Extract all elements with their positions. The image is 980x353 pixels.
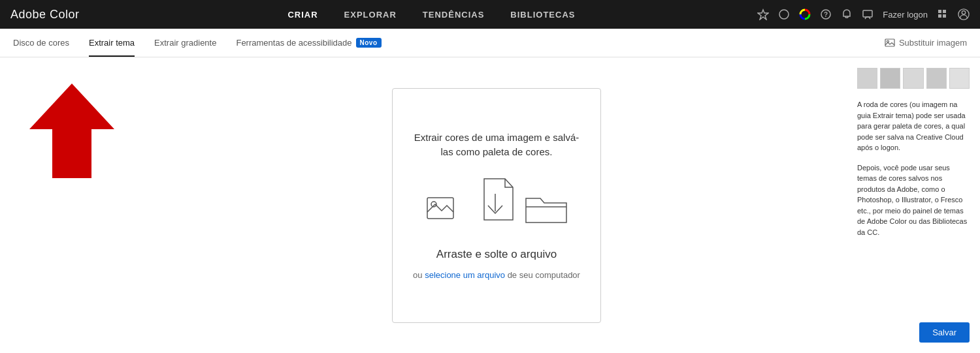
- swatch-4: [926, 68, 947, 89]
- sub-nav: Disco de cores Extrair tema Extrair grad…: [0, 29, 980, 57]
- svg-point-1: [779, 10, 789, 19]
- center-area: Extrair cores de uma imagem e salvá-las …: [144, 57, 849, 353]
- color-wheel-icon[interactable]: [799, 8, 811, 20]
- svg-rect-10: [943, 10, 946, 13]
- image-upload-icon: [425, 189, 467, 230]
- swatch-5: [949, 68, 970, 89]
- swatch-2: [880, 68, 900, 89]
- tab-disco-de-cores[interactable]: Disco de cores: [13, 29, 69, 57]
- svg-rect-12: [943, 14, 946, 18]
- save-button[interactable]: Salvar: [919, 322, 970, 343]
- nav-tendencias[interactable]: TENDÊNCIAS: [423, 10, 485, 20]
- app-title: Adobe Color: [10, 8, 80, 22]
- select-file-link[interactable]: selecione um arquivo: [425, 270, 505, 280]
- svg-rect-8: [863, 10, 872, 17]
- swatch-3: [903, 68, 923, 89]
- svg-marker-0: [758, 10, 768, 20]
- drop-zone-link-text: ou selecione um arquivo de seu computado…: [413, 270, 580, 280]
- grid-icon[interactable]: [937, 8, 949, 20]
- drop-zone-instruction: Arraste e solte o arquivo: [436, 246, 557, 263]
- top-nav: Adobe Color CRIAR EXPLORAR TENDÊNCIAS BI…: [0, 0, 980, 29]
- badge-novo: Novo: [356, 38, 382, 48]
- message-icon[interactable]: [862, 8, 874, 20]
- circle-icon[interactable]: [778, 8, 790, 20]
- fazer-logon-link[interactable]: Fazer logon: [883, 10, 928, 20]
- color-swatches: [857, 68, 970, 89]
- tab-extrair-tema[interactable]: Extrair tema: [89, 29, 135, 57]
- bell-icon[interactable]: [841, 8, 853, 20]
- nav-right: ? Fazer logon: [757, 8, 970, 20]
- left-area: [0, 57, 144, 353]
- drop-zone[interactable]: Extrair cores de uma imagem e salvá-las …: [392, 88, 601, 323]
- help-icon[interactable]: ?: [820, 8, 832, 20]
- substituir-imagem-btn[interactable]: Substituir imagem: [885, 38, 967, 48]
- svg-point-14: [962, 11, 965, 14]
- svg-rect-9: [938, 10, 941, 13]
- nav-bibliotecas[interactable]: BIBLIOTECAS: [510, 10, 575, 20]
- right-panel: A roda de cores (ou imagem na guia Extra…: [849, 57, 980, 353]
- folder-icon: [523, 189, 569, 230]
- star-icon[interactable]: [757, 8, 769, 20]
- main-content: Extrair cores de uma imagem e salvá-las …: [0, 57, 980, 353]
- tab-ferramentas-acessibilidade[interactable]: Ferramentas de acessibilidade Novo: [236, 29, 381, 57]
- svg-rect-15: [885, 39, 894, 46]
- tab-extrair-gradiente[interactable]: Extrair gradiente: [154, 29, 216, 57]
- profile-icon[interactable]: [958, 8, 970, 20]
- panel-text-2: Depois, você pode usar seus temas de cor…: [857, 162, 970, 238]
- document-download-icon: [472, 176, 518, 230]
- nav-links: CRIAR EXPLORAR TENDÊNCIAS BIBLIOTECAS: [106, 10, 758, 20]
- nav-explorar[interactable]: EXPLORAR: [344, 10, 397, 20]
- image-icon: [885, 38, 895, 48]
- arrow-up-indicator: [29, 77, 114, 181]
- drop-zone-icons: [425, 176, 569, 230]
- panel-text-1: A roda de cores (ou imagem na guia Extra…: [857, 99, 970, 153]
- substituir-imagem-label: Substituir imagem: [899, 38, 967, 48]
- swatch-1: [857, 68, 877, 89]
- svg-rect-11: [938, 14, 941, 18]
- drop-zone-description: Extrair cores de uma imagem e salvá-las …: [412, 130, 581, 160]
- svg-text:?: ?: [824, 11, 828, 18]
- svg-marker-17: [29, 84, 114, 178]
- nav-criar[interactable]: CRIAR: [287, 10, 318, 20]
